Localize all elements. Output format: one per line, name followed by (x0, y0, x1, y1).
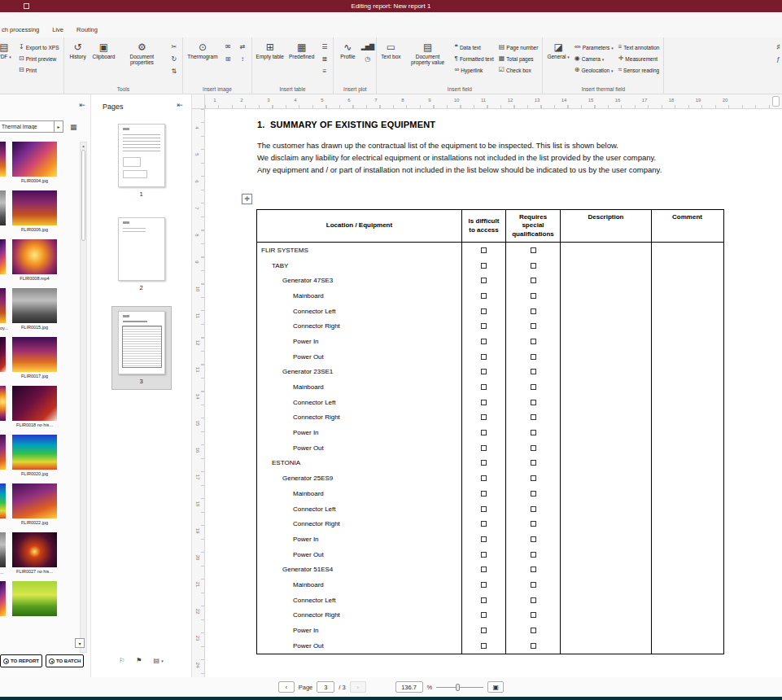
camera-button[interactable]: ◉Camera ▾ (574, 54, 614, 63)
checkbox[interactable] (531, 369, 536, 374)
empty-table-button[interactable]: ⊞Empty table (256, 39, 284, 59)
checkbox[interactable] (531, 430, 536, 435)
image-plus-button[interactable]: ⊞ (223, 55, 233, 64)
checkbox[interactable] (531, 263, 536, 269)
grid-view-icon[interactable]: ▦ (70, 123, 77, 131)
checkbox[interactable] (531, 293, 536, 299)
checkbox[interactable] (531, 582, 536, 588)
history-button[interactable]: ↺History (68, 39, 88, 59)
page-input[interactable] (317, 681, 334, 693)
checkbox[interactable] (481, 582, 487, 588)
checkbox[interactable] (481, 369, 487, 374)
checkbox[interactable] (531, 475, 536, 481)
thermogram-button[interactable]: ⊙Thermogram (187, 39, 217, 59)
page-thumbnail[interactable]: 3 (111, 306, 172, 390)
checkbox[interactable] (481, 612, 487, 618)
checkbox[interactable] (481, 506, 487, 512)
thermal-image-partial[interactable] (0, 142, 6, 177)
next-page-button[interactable]: › (350, 681, 366, 693)
checkbox[interactable] (481, 475, 487, 481)
checkbox[interactable] (481, 430, 487, 435)
hyperlink-button[interactable]: ∞Hyperlink (455, 65, 494, 75)
checkbox[interactable] (481, 597, 487, 603)
checkbox[interactable] (481, 552, 487, 558)
f-button[interactable]: ƒ (773, 55, 782, 64)
image-filter-dropdown[interactable]: Thermal Image ▸ (0, 120, 63, 133)
checkbox[interactable] (531, 247, 536, 253)
checkbox[interactable] (531, 354, 536, 360)
checkbox[interactable] (531, 506, 536, 512)
checkbox[interactable] (531, 628, 536, 633)
envelope-button[interactable]: ✉ (223, 42, 233, 52)
menu-tab-routing[interactable]: Routing (76, 26, 98, 33)
thermal-image-thumbnail[interactable] (12, 142, 57, 177)
scrollbar-thumb[interactable] (81, 150, 85, 241)
measurement-button[interactable]: ✛Measurement (618, 54, 660, 63)
checkbox[interactable] (531, 445, 536, 451)
checkbox[interactable] (531, 597, 536, 603)
collapse-image-panel-icon[interactable]: ⇤ (79, 102, 85, 109)
clock-button[interactable]: ◷ (362, 55, 372, 64)
checkbox[interactable] (531, 339, 536, 344)
hash-button[interactable]: ♯ (773, 42, 782, 52)
thermal-image-thumbnail[interactable] (12, 532, 57, 567)
predefined-table-button[interactable]: ▦Predefined (289, 39, 314, 59)
histogram-button[interactable]: ▂▅▇ (362, 42, 372, 52)
to-batch-button[interactable]: TO BATCH (46, 654, 84, 667)
print-button[interactable]: ⊟Print (19, 65, 59, 75)
check-box-button[interactable]: ☑Check box (499, 65, 539, 75)
scroll-up-icon[interactable]: ▴ (81, 142, 86, 149)
checkbox[interactable] (481, 567, 487, 572)
checkbox[interactable] (481, 628, 487, 633)
thermal-image-thumbnail[interactable] (12, 288, 57, 323)
checkbox[interactable] (531, 612, 536, 618)
filter-next-icon[interactable]: ▸ (54, 121, 63, 132)
checkbox[interactable] (531, 414, 536, 420)
thermal-image-partial[interactable] (0, 483, 6, 518)
document-view[interactable]: 1. SUMMARY OF EXISTING EQUIPMENT The cus… (205, 109, 782, 677)
arrows-button[interactable]: ↕ (238, 55, 247, 64)
checkbox[interactable] (481, 278, 487, 283)
text-box-button[interactable]: ▭Text box (381, 39, 400, 59)
sensor-reading-button[interactable]: ≈Sensor reading (618, 65, 660, 75)
checkbox[interactable] (481, 400, 487, 405)
text-annotation-button[interactable]: ≡Text annotation (618, 42, 660, 52)
swap-button[interactable]: ⇄ (238, 42, 247, 52)
export-xps-button[interactable]: ↧Export to XPS (19, 42, 59, 52)
collapse-pages-panel-icon[interactable]: ⇤ (177, 102, 183, 109)
fit-page-button[interactable]: ▣ (487, 681, 504, 693)
checkbox[interactable] (481, 384, 487, 390)
zoom-slider-thumb[interactable] (456, 684, 460, 691)
checkbox[interactable] (531, 460, 536, 466)
checkbox[interactable] (481, 263, 487, 269)
checkbox[interactable] (481, 247, 487, 253)
checkbox[interactable] (481, 460, 487, 466)
checkbox[interactable] (531, 323, 536, 329)
image-list-scrollbar[interactable]: ▴ (80, 142, 87, 653)
checkbox[interactable] (481, 414, 487, 420)
checkbox[interactable] (481, 354, 487, 360)
page-number-button[interactable]: ▤Page number (499, 42, 539, 52)
scroll-down-button[interactable]: ▾ (75, 638, 85, 648)
formatted-text-button[interactable]: ¶Formatted text (455, 54, 494, 63)
page-thumbnail[interactable]: 1 (111, 119, 172, 203)
page-thumbnail[interactable]: 2 (111, 212, 172, 296)
thermal-image-partial[interactable] (0, 386, 6, 421)
clipboard-button[interactable]: ▣Clipboard (93, 39, 116, 59)
thermal-image-partial[interactable] (0, 435, 6, 470)
rotate-button[interactable]: ↻ (168, 55, 178, 64)
profile-button[interactable]: ∿Profile (338, 39, 357, 59)
doc-property-button[interactable]: ▤Document property value (406, 39, 450, 66)
to-report-button[interactable]: TO REPORT (0, 654, 42, 667)
thermal-image-partial[interactable] (0, 239, 6, 274)
numbered-list-button[interactable]: ≣ (319, 55, 329, 64)
general-button[interactable]: ◪General ▾ (547, 39, 569, 60)
checkbox[interactable] (531, 521, 536, 527)
checkbox[interactable] (531, 536, 536, 542)
menu-tab-ch-processing[interactable]: ch processing (2, 26, 39, 33)
bullet-list-button[interactable]: ≡ (319, 67, 329, 77)
table-move-handle[interactable]: ✛ (242, 194, 252, 204)
data-text-button[interactable]: ❝Data text (455, 42, 494, 52)
thermal-image-thumbnail[interactable] (12, 435, 57, 470)
thermal-image-partial[interactable] (0, 532, 6, 567)
